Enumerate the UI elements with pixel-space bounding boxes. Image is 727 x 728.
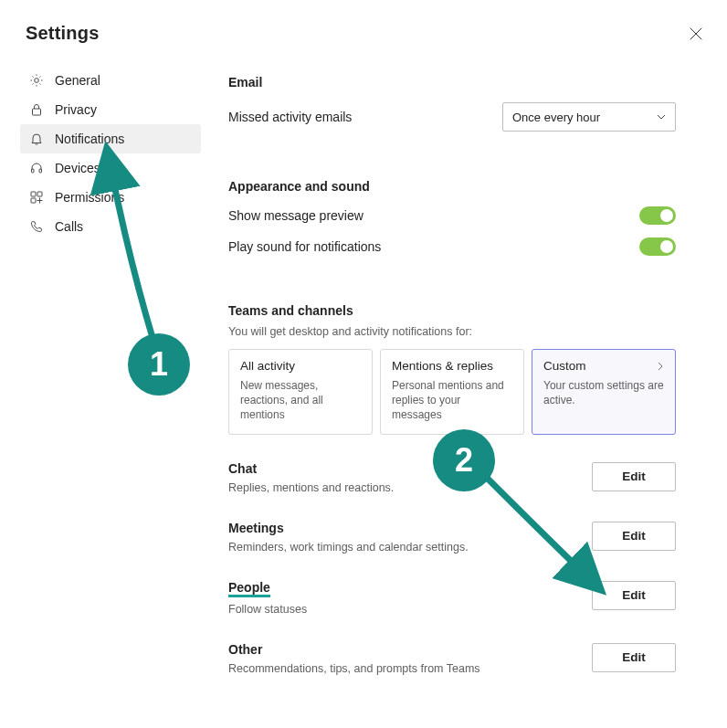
annotation-bubble-1: 1 [128,333,190,396]
sidebar-item-privacy[interactable]: Privacy [20,95,201,124]
apps-icon [27,190,46,205]
other-edit-button[interactable]: Edit [592,643,676,672]
svg-rect-5 [37,192,42,196]
sidebar-item-label: Notifications [55,132,124,146]
sidebar-item-permissions[interactable]: Permissions [20,183,201,212]
people-section-title: People [228,580,270,597]
phone-icon [27,219,46,234]
chevron-down-icon [655,111,668,123]
card-title: Mentions & replies [392,359,512,373]
missed-emails-label: Missed activity emails [228,110,352,124]
sidebar-item-general[interactable]: General [20,66,201,95]
card-desc: New messages, reactions, and all mention… [240,378,361,423]
sidebar-item-label: Devices [55,161,100,175]
sidebar-item-label: Permissions [55,190,124,205]
svg-rect-2 [32,169,35,173]
card-all-activity[interactable]: All activity New messages, reactions, an… [228,349,373,435]
play-sound-toggle[interactable] [639,237,676,256]
teams-hint: You will get desktop and activity notifi… [228,325,676,338]
chevron-right-icon [655,361,666,372]
meetings-section-desc: Reminders, work timings and calendar set… [228,541,469,554]
people-edit-button[interactable]: Edit [592,581,676,610]
missed-emails-dropdown[interactable]: Once every hour [502,102,676,132]
lock-icon [27,102,46,117]
sidebar-item-notifications[interactable]: Notifications [20,124,201,153]
card-title: All activity [240,359,361,373]
section-title-teams: Teams and channels [228,303,676,318]
annotation-bubble-2: 2 [433,429,495,491]
svg-rect-3 [39,169,42,173]
sidebar-item-label: General [55,73,100,88]
page-title: Settings [26,23,100,44]
card-desc: Personal mentions and replies to your me… [392,378,512,423]
chat-edit-button[interactable]: Edit [592,462,676,491]
show-preview-label: Show message preview [228,208,364,223]
chat-section-title: Chat [228,461,257,476]
card-custom[interactable]: Custom Your custom settings are active. [532,349,676,435]
other-section-title: Other [228,642,262,657]
main-content: Email Missed activity emails Once every … [201,66,727,701]
bell-icon [27,132,46,146]
headphones-icon [27,161,46,175]
section-title-appearance: Appearance and sound [228,179,676,194]
sidebar-item-label: Calls [55,219,83,234]
meetings-section-title: Meetings [228,521,284,535]
meetings-edit-button[interactable]: Edit [592,522,676,551]
close-icon [690,27,702,40]
svg-point-0 [35,79,39,83]
svg-rect-6 [31,198,36,203]
svg-rect-1 [33,109,41,115]
card-desc: Your custom settings are active. [543,378,664,407]
svg-rect-4 [31,192,36,196]
card-mentions-replies[interactable]: Mentions & replies Personal mentions and… [380,349,524,435]
play-sound-label: Play sound for notifications [228,239,381,254]
chat-section-desc: Replies, mentions and reactions. [228,481,394,494]
people-section-desc: Follow statuses [228,603,307,616]
missed-emails-value: Once every hour [512,111,600,124]
card-title: Custom [543,359,664,373]
sidebar-item-devices[interactable]: Devices [20,153,201,183]
other-section-desc: Recommendations, tips, and prompts from … [228,662,480,675]
section-title-email: Email [228,75,676,90]
gear-icon [27,73,46,88]
close-button[interactable] [687,25,705,43]
sidebar-item-label: Privacy [55,102,97,117]
sidebar-item-calls[interactable]: Calls [20,212,201,241]
show-preview-toggle[interactable] [639,206,676,225]
